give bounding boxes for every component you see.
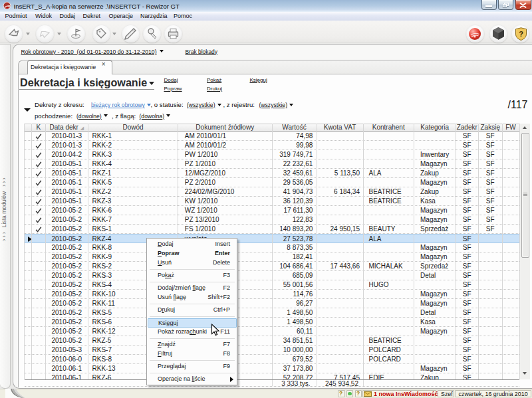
svg-text:?: ? (519, 30, 523, 38)
